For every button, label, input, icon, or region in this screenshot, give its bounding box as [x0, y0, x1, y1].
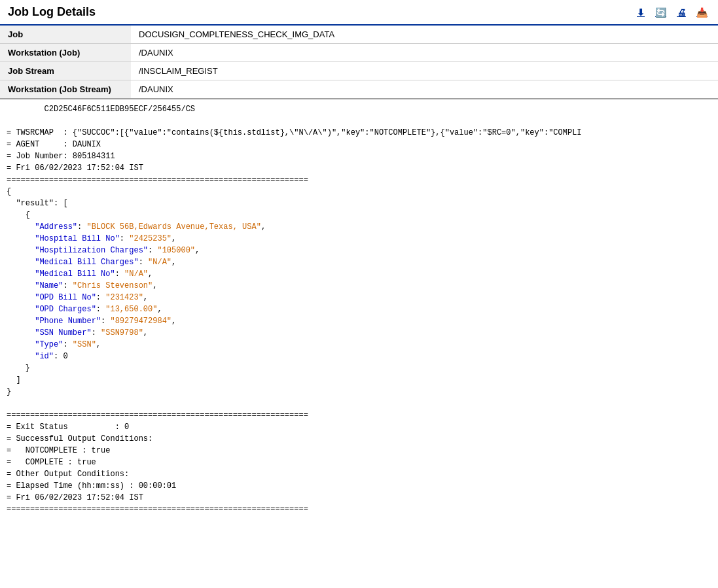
info-label: Job	[0, 26, 131, 44]
log-line: "Hospital Bill No": "2425235",	[7, 233, 711, 245]
goto-end-link[interactable]	[637, 7, 647, 18]
log-line: = TWSRCMAP : {"SUCCOC":[{"value":"contai…	[7, 127, 711, 139]
log-line: {	[7, 209, 711, 221]
download-link[interactable]	[696, 7, 710, 18]
info-label: Workstation (Job Stream)	[0, 80, 131, 99]
log-line: "id": 0	[7, 351, 711, 362]
log-line: ========================================…	[7, 409, 711, 421]
log-line: "Medical Bill Charges": "N/A",	[7, 256, 711, 268]
log-line: "Medical Bill No": "N/A",	[7, 268, 711, 280]
info-label: Workstation (Job)	[0, 44, 131, 62]
log-line: "Phone Number": "89279472984",	[7, 315, 711, 327]
header-actions	[637, 7, 710, 18]
log-line: "Name": "Chris Stevenson",	[7, 280, 711, 292]
log-line: = Fri 06/02/2023 17:52:04 IST	[7, 162, 711, 174]
log-line: "OPD Bill No": "231423",	[7, 292, 711, 303]
refresh-icon	[655, 7, 666, 18]
log-line: = Fri 06/02/2023 17:52:04 IST	[7, 492, 711, 504]
log-line: "Type": "SSN",	[7, 339, 711, 351]
log-line	[7, 115, 711, 127]
log-line: = NOTCOMPLETE : true	[7, 445, 711, 457]
info-label: Job Stream	[0, 62, 131, 80]
info-row: Workstation (Job Stream)/DAUNIX	[0, 80, 718, 99]
log-line: C2D25C46F6C511EDB95ECF/256455/CS	[7, 103, 711, 115]
page-title: Job Log Details	[8, 5, 96, 19]
info-value: DOCUSIGN_COMPLTENESS_CHECK_IMG_DATA	[131, 26, 718, 44]
log-line: "result": [	[7, 198, 711, 209]
log-line: ========================================…	[7, 504, 711, 515]
info-value: /INSCLAIM_REGIST	[131, 62, 718, 80]
log-line: "OPD Charges": "13,650.00",	[7, 303, 711, 315]
info-value: /DAUNIX	[131, 80, 718, 99]
log-line: {	[7, 186, 711, 198]
log-line: = Job Number: 805184311	[7, 150, 711, 162]
refresh-link[interactable]	[655, 7, 669, 18]
log-line: ]	[7, 374, 711, 386]
log-line: = Exit Status : 0	[7, 421, 711, 433]
download-icon	[696, 7, 708, 18]
log-content: C2D25C46F6C511EDB95ECF/256455/CS = TWSRC…	[0, 99, 718, 519]
info-row: JobDOCUSIGN_COMPLTENESS_CHECK_IMG_DATA	[0, 26, 718, 44]
info-table: JobDOCUSIGN_COMPLTENESS_CHECK_IMG_DATAWo…	[0, 26, 718, 99]
log-line	[7, 398, 711, 409]
log-line: "SSN Number": "SSN9798",	[7, 327, 711, 339]
info-table-body: JobDOCUSIGN_COMPLTENESS_CHECK_IMG_DATAWo…	[0, 26, 718, 99]
info-row: Workstation (Job)/DAUNIX	[0, 44, 718, 62]
log-line: "Hosptilization Charges": "105000",	[7, 245, 711, 256]
page-header: Job Log Details	[0, 0, 718, 26]
log-line: "Address": "BLOCK 56B,Edwards Avenue,Tex…	[7, 221, 711, 233]
log-line: = AGENT : DAUNIX	[7, 139, 711, 150]
log-line: = Successful Output Conditions:	[7, 433, 711, 445]
print-link[interactable]	[677, 7, 689, 18]
info-row: Job Stream/INSCLAIM_REGIST	[0, 62, 718, 80]
log-line: }	[7, 386, 711, 398]
log-pre: C2D25C46F6C511EDB95ECF/256455/CS = TWSRC…	[0, 99, 718, 519]
info-value: /DAUNIX	[131, 44, 718, 62]
log-line: = Other Output Conditions:	[7, 468, 711, 480]
log-line: = COMPLETE : true	[7, 457, 711, 468]
log-line: = Elapsed Time (hh:mm:ss) : 00:00:01	[7, 480, 711, 492]
goto-icon	[637, 7, 645, 18]
print-icon	[677, 7, 686, 18]
log-line: ========================================…	[7, 174, 711, 186]
log-line: }	[7, 362, 711, 374]
